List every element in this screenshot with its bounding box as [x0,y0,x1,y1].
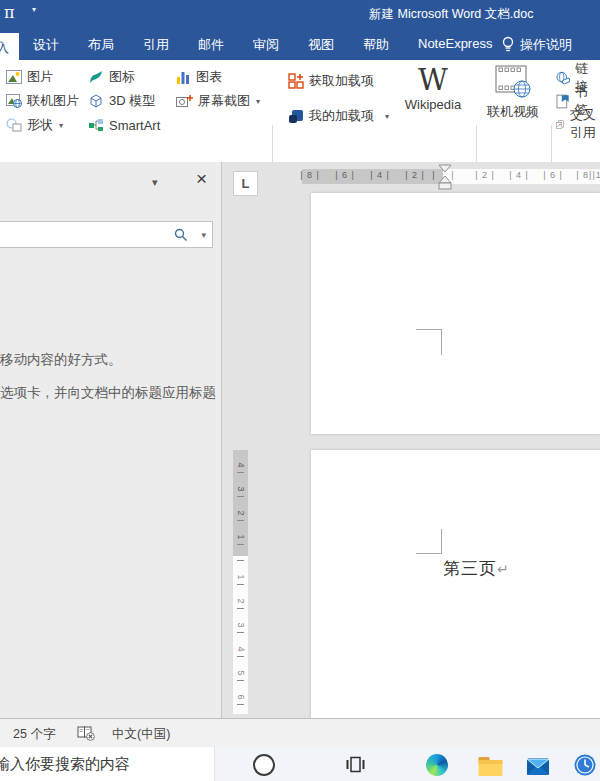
nav-pane-close-icon[interactable]: × [196,169,207,188]
ribbon: 图片 联机图片 形状▾ 图标 [0,60,600,163]
bookmark-icon [556,94,570,109]
ribbon-tab-row: 插入 设计 布局 引用 邮件 审阅 视图 帮助 NoteExpress 操作说明 [0,27,600,60]
ruler-mark: 3 [236,482,246,497]
tab-mailings[interactable]: 邮件 [198,36,224,54]
link-icon [556,71,570,86]
margin-crop-mark [441,329,442,355]
word-count[interactable]: 25 个字 [13,726,55,743]
page-2[interactable]: 第三页↵ [311,450,600,718]
nav-pane-options-dropdown-icon[interactable]: ▾ [152,176,158,189]
tab-view[interactable]: 视图 [308,36,334,54]
ruler-mark: 3 [236,618,246,633]
tab-references[interactable]: 引用 [143,36,169,54]
ruler-mark: 6 [236,690,246,705]
ruler-tick [237,680,244,681]
margin-crop-mark [416,553,442,554]
edge-browser-icon[interactable] [426,754,448,776]
my-addins-button[interactable]: 我的加载项▾ [288,106,389,126]
online-video-icon [495,65,531,99]
file-explorer-icon[interactable] [478,756,503,777]
search-icon[interactable] [174,228,188,242]
ruler-mark: 5 [236,666,246,681]
ruler-mark: | 4 | [504,170,534,180]
qat-customize-dropdown-icon[interactable]: ▾ [32,5,36,14]
page-1[interactable] [311,193,600,434]
ruler-tick [237,656,244,657]
online-pictures-button[interactable]: 联机图片 [6,91,79,111]
ruler-mark: | 8 | [295,170,325,180]
ruler-mark: | 6 | [330,170,360,180]
online-video-button[interactable]: 联机视频 [482,65,544,121]
icons-label: 图标 [109,68,135,86]
chart-label: 图表 [196,68,222,86]
taskbar: 输入你要搜索的内容 [0,747,600,781]
search-options-dropdown-icon[interactable]: ▾ [201,230,206,240]
ruler-mark: 1 [236,530,246,545]
margin-crop-mark [416,329,442,330]
ruler-mark: | 2 | [470,170,500,180]
wikipedia-label: Wikipedia [405,97,461,112]
tab-help[interactable]: 帮助 [363,36,389,54]
cross-reference-button[interactable]: 交叉引用 [556,114,600,134]
screenshot-button[interactable]: 屏幕截图▾ [176,91,260,111]
dropdown-arrow-icon: ▾ [256,97,260,106]
ruler-mark: | 6 | [538,170,568,180]
screen: π ▾ 新建 Microsoft Word 文档.doc 插入 设计 布局 引用… [0,0,600,781]
3d-models-button[interactable]: 3D 模型 [88,91,155,111]
get-addins-button[interactable]: 获取加载项 [288,71,374,91]
lightbulb-icon [501,36,515,54]
chart-button[interactable]: 图表 [176,67,222,87]
tab-noteexpress[interactable]: NoteExpress [418,36,492,51]
ruler-mark: 4 [236,642,246,657]
indent-markers[interactable] [437,164,453,191]
tab-review[interactable]: 审阅 [253,36,279,54]
tab-layout[interactable]: 布局 [88,36,114,54]
tab-stop-selector[interactable]: L [233,171,258,196]
get-addins-label: 获取加载项 [309,72,374,90]
alarms-clock-icon[interactable] [574,754,596,776]
equation-qat-button[interactable]: π [4,3,15,22]
proofing-status-icon[interactable] [77,726,95,741]
smartart-button[interactable]: SmartArt [88,115,160,135]
smartart-icon [88,118,104,132]
task-view-icon[interactable] [346,755,365,774]
tab-design[interactable]: 设计 [33,36,59,54]
language-status[interactable]: 中文(中国) [112,726,170,743]
ruler-mark: 2 [236,594,246,609]
ruler-tick [237,560,244,561]
shapes-button[interactable]: 形状▾ [6,115,63,135]
cortana-icon[interactable] [253,754,275,776]
ruler-mark: 2 [236,506,246,521]
taskbar-search-box[interactable]: 输入你要搜索的内容 [0,747,215,781]
wikipedia-button[interactable]: W Wikipedia [398,63,468,112]
taskbar-search-text: 输入你要搜索的内容 [0,755,130,774]
3d-model-icon [88,94,104,108]
nav-hint-line1: 移动内容的好方式。 [0,351,122,369]
ruler-mark: | 10 [589,170,600,180]
ruler-tick [237,520,244,521]
document-text-line[interactable]: 第三页↵ [443,557,509,580]
tab-insert-active[interactable]: 插入 [0,33,19,60]
page2-text[interactable]: 第三页 [443,559,497,578]
ruler-tick [237,584,244,585]
nav-search-box[interactable]: ▾ [0,221,213,248]
tell-me-box[interactable]: 操作说明 [520,36,572,54]
screenshot-icon [176,94,193,108]
ruler-tick [237,608,244,609]
ruler-tick [237,544,244,545]
online-video-label: 联机视频 [487,103,539,121]
dropdown-arrow-icon: ▾ [59,121,63,130]
smartart-label: SmartArt [109,118,160,133]
mail-icon[interactable] [527,756,549,776]
pictures-button[interactable]: 图片 [6,67,53,87]
chart-icon [176,70,191,84]
ruler-mark: | 4 | [365,170,395,180]
ruler-mark: 1 [236,570,246,585]
ruler-tick [237,472,244,473]
my-addins-label: 我的加载项 [309,107,374,125]
pictures-label: 图片 [27,68,53,86]
dropdown-arrow-icon: ▾ [385,112,389,121]
icons-button[interactable]: 图标 [88,67,135,87]
my-addins-icon [288,108,304,124]
cross-reference-label: 交叉引用 [570,106,600,142]
